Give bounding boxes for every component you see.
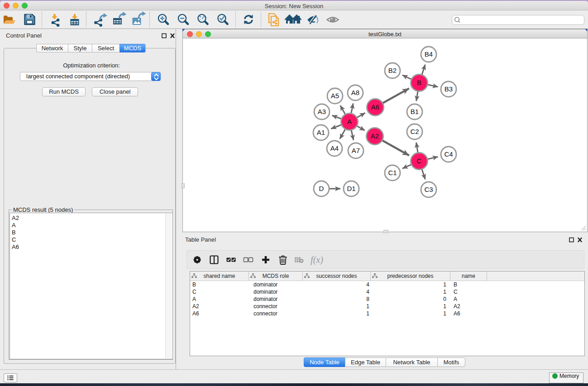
svg-text:A1: A1 <box>317 129 325 136</box>
svg-text:B4: B4 <box>425 50 433 58</box>
svg-text:B3: B3 <box>445 85 453 93</box>
svg-text:C2: C2 <box>410 128 419 135</box>
svg-text:A3: A3 <box>318 108 326 115</box>
svg-text:C1: C1 <box>388 169 397 176</box>
svg-text:A7: A7 <box>352 147 360 154</box>
svg-text:D1: D1 <box>347 185 355 192</box>
svg-text:B2: B2 <box>388 67 397 74</box>
svg-text:C: C <box>417 157 422 165</box>
svg-text:C3: C3 <box>424 186 433 193</box>
svg-text:A8: A8 <box>351 89 359 96</box>
svg-text:B: B <box>417 79 421 86</box>
svg-text:A2: A2 <box>371 132 379 140</box>
svg-text:D: D <box>319 185 324 192</box>
svg-text:A4: A4 <box>330 144 339 152</box>
svg-text:C4: C4 <box>444 150 453 158</box>
svg-text:A5: A5 <box>331 92 339 100</box>
svg-text:A6: A6 <box>371 103 379 111</box>
svg-text:f(x): f(x) <box>311 255 323 265</box>
svg-text:A: A <box>347 118 352 125</box>
svg-text:B1: B1 <box>411 108 419 115</box>
